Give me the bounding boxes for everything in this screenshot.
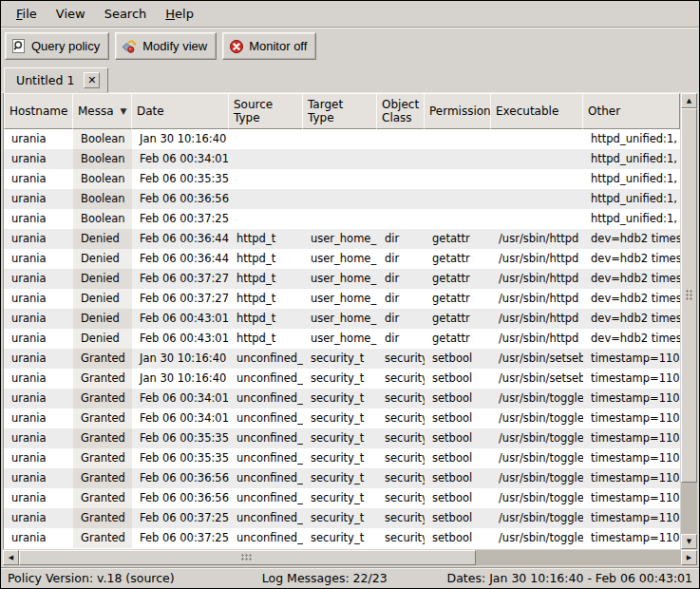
table-cell: httpd_unified:1, h [583, 209, 680, 229]
query-policy-button[interactable]: Query policy [5, 32, 109, 60]
table-row[interactable]: uraniaBooleanFeb 06 00:35:35httpd_unifie… [4, 169, 680, 189]
column-header-permission[interactable]: Permission [424, 93, 491, 129]
scroll-down-button[interactable]: ▼ [681, 534, 697, 549]
monitor-off-button[interactable]: Monitor off [222, 32, 316, 60]
table-cell: Denied [73, 309, 132, 329]
table-row[interactable]: uraniaGrantedFeb 06 00:34:01unconfined_s… [4, 389, 680, 408]
table-row[interactable]: uraniaDeniedFeb 06 00:43:01httpd_tuser_h… [4, 329, 680, 349]
table-row[interactable]: uraniaGrantedFeb 06 00:35:35unconfined_s… [4, 448, 680, 468]
table-cell: setbool [425, 528, 491, 548]
table-cell: user_home_ [303, 249, 377, 269]
horizontal-scrollbar[interactable]: ◀ ▶ [3, 550, 697, 565]
scroll-right-button[interactable]: ▶ [681, 550, 697, 565]
table-cell: setbool [425, 369, 491, 389]
table-cell: Granted [73, 389, 132, 408]
table-cell: security_t [303, 508, 377, 528]
column-header-label: Object Class [382, 98, 419, 124]
table-row[interactable]: uraniaDeniedFeb 06 00:37:27httpd_tuser_h… [4, 269, 680, 289]
monitor-off-icon [229, 39, 244, 54]
column-header-label: Executable [496, 104, 558, 118]
table-cell: urania [4, 468, 73, 488]
vertical-scrollbar-thumb[interactable] [681, 108, 697, 483]
column-header-target-type[interactable]: Target Type [302, 93, 377, 129]
column-header-label: Source Type [234, 98, 297, 124]
table-row[interactable]: uraniaBooleanFeb 06 00:37:25httpd_unifie… [4, 209, 680, 229]
table-row[interactable]: uraniaDeniedFeb 06 00:37:27httpd_tuser_h… [4, 289, 680, 309]
table-cell: Feb 06 00:37:25 [132, 508, 229, 528]
table-row[interactable]: uraniaBooleanFeb 06 00:36:56httpd_unifie… [4, 189, 680, 209]
table-cell [377, 209, 425, 229]
modify-view-button[interactable]: Modify view [115, 32, 217, 60]
column-header-other[interactable]: Other [582, 93, 680, 129]
table-cell: Boolean [73, 209, 132, 229]
table-cell: unconfined_ [229, 408, 303, 428]
table-cell: Feb 06 00:36:56 [132, 189, 229, 209]
horizontal-scrollbar-track[interactable] [19, 550, 681, 565]
scroll-left-button[interactable]: ◀ [3, 550, 19, 565]
table-cell: Granted [73, 448, 132, 468]
table-cell: timestamp=11076 [583, 448, 680, 468]
table-cell [491, 149, 583, 169]
table-row[interactable]: uraniaGrantedFeb 06 00:36:56unconfined_s… [4, 488, 680, 508]
table-cell: urania [4, 408, 73, 428]
table-cell: timestamp=11076 [583, 389, 680, 408]
menu-search[interactable]: Search [95, 3, 157, 25]
table-cell: Granted [73, 408, 132, 428]
table-cell [377, 149, 425, 169]
column-header-source-type[interactable]: Source Type [228, 93, 303, 129]
column-header-messa[interactable]: Messa▼ [72, 93, 132, 129]
table-row[interactable]: uraniaGrantedFeb 06 00:34:01unconfined_s… [4, 408, 680, 428]
table-cell: /usr/sbin/setseb [491, 369, 583, 389]
table-cell: security_t [303, 389, 377, 408]
table-cell: /usr/sbin/setseb [491, 349, 583, 369]
table-row[interactable]: uraniaGrantedFeb 06 00:35:35unconfined_s… [4, 428, 680, 448]
tab-bar: Untitled 1 ✕ [1, 64, 699, 93]
table-cell: /usr/sbin/toggle [491, 448, 583, 468]
menu-help[interactable]: Help [156, 3, 203, 25]
table-cell: /usr/sbin/toggle [491, 488, 583, 508]
table-cell: urania [4, 169, 73, 189]
table-cell: /usr/sbin/toggle [491, 528, 583, 548]
table-cell: unconfined_ [229, 488, 303, 508]
menu-file[interactable]: File [7, 3, 47, 25]
column-header-hostname[interactable]: Hostname [4, 93, 73, 129]
table-row[interactable]: uraniaGrantedJan 30 10:16:40unconfined_s… [4, 369, 680, 389]
tab-close-button[interactable]: ✕ [84, 72, 100, 88]
scroll-up-button[interactable]: ▲ [681, 93, 697, 108]
column-header-object-class[interactable]: Object Class [376, 93, 425, 129]
vertical-scrollbar-track[interactable] [681, 108, 697, 534]
table-row[interactable]: uraniaDeniedFeb 06 00:36:44httpd_tuser_h… [4, 249, 680, 269]
table-cell: Feb 06 00:43:01 [132, 329, 229, 349]
table-cell: getattr [425, 289, 491, 309]
table-cell [377, 189, 425, 209]
table-row[interactable]: uraniaDeniedFeb 06 00:43:01httpd_tuser_h… [4, 309, 680, 329]
table-row[interactable]: uraniaGrantedFeb 06 00:37:25unconfined_s… [4, 528, 680, 548]
table-row[interactable]: uraniaGrantedFeb 06 00:37:25unconfined_s… [4, 508, 680, 528]
table-cell: Denied [73, 249, 132, 269]
table-cell: dir [377, 229, 425, 249]
table-row[interactable]: uraniaBooleanJan 30 10:16:40httpd_unifie… [4, 129, 680, 149]
table-row[interactable]: uraniaGrantedFeb 06 00:36:56unconfined_s… [4, 468, 680, 488]
menu-view[interactable]: View [47, 3, 95, 25]
table-row[interactable]: uraniaBooleanFeb 06 00:34:01httpd_unifie… [4, 149, 680, 169]
audit-log-viewer-window: FileViewSearchHelp Query policy [0, 0, 700, 589]
table-cell [491, 169, 583, 189]
table-row[interactable]: uraniaDeniedFeb 06 00:36:44httpd_tuser_h… [4, 229, 680, 249]
table-cell [377, 129, 425, 149]
query-policy-icon [11, 39, 27, 54]
horizontal-scrollbar-thumb[interactable] [19, 550, 476, 565]
column-header-date[interactable]: Date [131, 93, 229, 129]
table-cell: urania [4, 349, 73, 369]
table-cell: Denied [73, 289, 132, 309]
table-cell: /usr/sbin/toggle [491, 468, 583, 488]
tab-untitled-1[interactable]: Untitled 1 ✕ [4, 67, 108, 93]
table-cell: Granted [73, 468, 132, 488]
table-cell [491, 129, 583, 149]
table-cell: unconfined_ [229, 428, 303, 448]
monitor-off-label: Monitor off [249, 39, 307, 53]
vertical-scrollbar[interactable]: ▲ ▼ [681, 93, 697, 549]
column-header-executable[interactable]: Executable [490, 93, 583, 129]
table-row[interactable]: uraniaGrantedJan 30 10:16:40unconfined_s… [4, 349, 680, 369]
table-cell: Feb 06 00:36:56 [132, 468, 229, 488]
tab-label: Untitled 1 [16, 73, 74, 87]
